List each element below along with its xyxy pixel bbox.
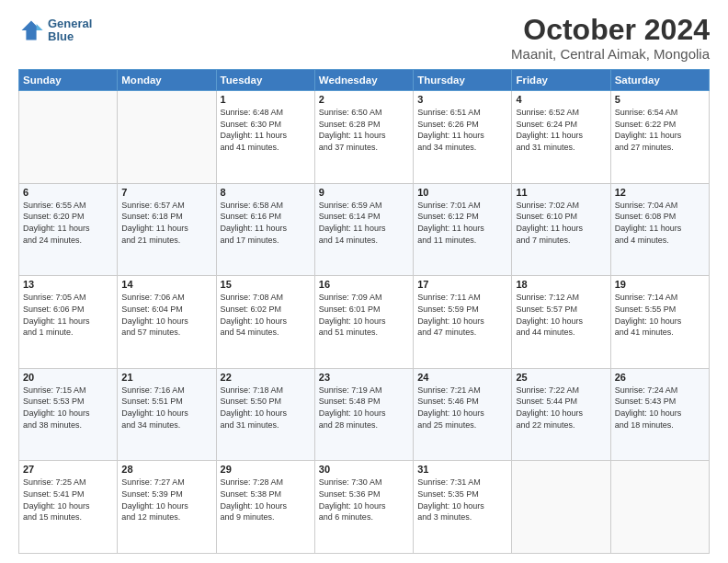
header: General Blue October 2024 Maanit, Centra… — [18, 14, 710, 62]
day-number: 12 — [615, 187, 705, 198]
calendar-cell: 5Sunrise: 6:54 AM Sunset: 6:22 PM Daylig… — [610, 91, 709, 184]
day-detail: Sunrise: 7:15 AM Sunset: 5:53 PM Dayligh… — [23, 385, 113, 431]
day-number: 7 — [121, 187, 211, 198]
calendar-cell: 20Sunrise: 7:15 AM Sunset: 5:53 PM Dayli… — [19, 368, 118, 461]
logo-line1: General — [48, 17, 92, 30]
day-detail: Sunrise: 7:19 AM Sunset: 5:48 PM Dayligh… — [319, 385, 409, 431]
day-number: 24 — [417, 372, 507, 383]
calendar-cell: 11Sunrise: 7:02 AM Sunset: 6:10 PM Dayli… — [512, 183, 610, 276]
calendar-week-3: 13Sunrise: 7:05 AM Sunset: 6:06 PM Dayli… — [19, 276, 710, 369]
day-detail: Sunrise: 6:59 AM Sunset: 6:14 PM Dayligh… — [319, 200, 409, 246]
calendar-cell: 4Sunrise: 6:52 AM Sunset: 6:24 PM Daylig… — [512, 91, 610, 184]
day-detail: Sunrise: 7:25 AM Sunset: 5:41 PM Dayligh… — [23, 477, 113, 523]
day-detail: Sunrise: 6:52 AM Sunset: 6:24 PM Dayligh… — [516, 107, 606, 153]
calendar-cell: 10Sunrise: 7:01 AM Sunset: 6:12 PM Dayli… — [414, 183, 512, 276]
logo: General Blue — [18, 17, 92, 44]
day-number: 15 — [221, 279, 311, 290]
day-detail: Sunrise: 6:57 AM Sunset: 6:18 PM Dayligh… — [121, 200, 211, 246]
calendar-cell: 9Sunrise: 6:59 AM Sunset: 6:14 PM Daylig… — [314, 183, 413, 276]
col-thursday: Thursday — [414, 70, 512, 91]
calendar-week-4: 20Sunrise: 7:15 AM Sunset: 5:53 PM Dayli… — [19, 368, 710, 461]
calendar-cell — [118, 91, 216, 184]
calendar-cell: 31Sunrise: 7:31 AM Sunset: 5:35 PM Dayli… — [414, 461, 512, 554]
day-number: 23 — [319, 372, 409, 383]
day-detail: Sunrise: 7:31 AM Sunset: 5:35 PM Dayligh… — [417, 477, 507, 523]
day-detail: Sunrise: 6:58 AM Sunset: 6:16 PM Dayligh… — [221, 200, 311, 246]
day-detail: Sunrise: 6:51 AM Sunset: 6:26 PM Dayligh… — [417, 107, 507, 153]
calendar-cell: 26Sunrise: 7:24 AM Sunset: 5:43 PM Dayli… — [610, 368, 709, 461]
calendar-cell: 1Sunrise: 6:48 AM Sunset: 6:30 PM Daylig… — [216, 91, 314, 184]
day-number: 14 — [121, 279, 211, 290]
day-detail: Sunrise: 7:02 AM Sunset: 6:10 PM Dayligh… — [516, 200, 606, 246]
calendar-cell — [512, 461, 610, 554]
logo-line2: Blue — [48, 30, 92, 43]
day-detail: Sunrise: 7:27 AM Sunset: 5:39 PM Dayligh… — [121, 477, 211, 523]
calendar-cell: 7Sunrise: 6:57 AM Sunset: 6:18 PM Daylig… — [118, 183, 216, 276]
calendar-header-row: Sunday Monday Tuesday Wednesday Thursday… — [19, 70, 710, 91]
day-number: 10 — [417, 187, 507, 198]
day-number: 16 — [319, 279, 409, 290]
day-number: 30 — [319, 464, 409, 475]
day-number: 21 — [121, 372, 211, 383]
day-number: 5 — [615, 94, 705, 105]
calendar-cell: 2Sunrise: 6:50 AM Sunset: 6:28 PM Daylig… — [314, 91, 413, 184]
calendar-cell: 12Sunrise: 7:04 AM Sunset: 6:08 PM Dayli… — [610, 183, 709, 276]
logo-icon — [18, 17, 44, 43]
day-number: 22 — [221, 372, 311, 383]
day-number: 18 — [516, 279, 606, 290]
calendar-cell: 25Sunrise: 7:22 AM Sunset: 5:44 PM Dayli… — [512, 368, 610, 461]
calendar-cell: 22Sunrise: 7:18 AM Sunset: 5:50 PM Dayli… — [216, 368, 314, 461]
calendar-cell: 6Sunrise: 6:55 AM Sunset: 6:20 PM Daylig… — [19, 183, 118, 276]
col-friday: Friday — [512, 70, 610, 91]
day-number: 6 — [23, 187, 113, 198]
col-saturday: Saturday — [610, 70, 709, 91]
day-detail: Sunrise: 7:05 AM Sunset: 6:06 PM Dayligh… — [23, 292, 113, 338]
day-number: 8 — [221, 187, 311, 198]
calendar-cell: 19Sunrise: 7:14 AM Sunset: 5:55 PM Dayli… — [610, 276, 709, 369]
day-detail: Sunrise: 7:12 AM Sunset: 5:57 PM Dayligh… — [516, 292, 606, 338]
calendar-cell: 3Sunrise: 6:51 AM Sunset: 6:26 PM Daylig… — [414, 91, 512, 184]
day-number: 26 — [615, 372, 705, 383]
calendar-cell: 24Sunrise: 7:21 AM Sunset: 5:46 PM Dayli… — [414, 368, 512, 461]
day-detail: Sunrise: 6:54 AM Sunset: 6:22 PM Dayligh… — [615, 107, 705, 153]
day-detail: Sunrise: 7:28 AM Sunset: 5:38 PM Dayligh… — [221, 477, 311, 523]
day-number: 13 — [23, 279, 113, 290]
day-number: 19 — [615, 279, 705, 290]
day-number: 25 — [516, 372, 606, 383]
calendar-cell: 27Sunrise: 7:25 AM Sunset: 5:41 PM Dayli… — [19, 461, 118, 554]
day-detail: Sunrise: 7:11 AM Sunset: 5:59 PM Dayligh… — [417, 292, 507, 338]
day-detail: Sunrise: 7:09 AM Sunset: 6:01 PM Dayligh… — [319, 292, 409, 338]
day-number: 20 — [23, 372, 113, 383]
calendar-cell: 17Sunrise: 7:11 AM Sunset: 5:59 PM Dayli… — [414, 276, 512, 369]
day-detail: Sunrise: 7:24 AM Sunset: 5:43 PM Dayligh… — [615, 385, 705, 431]
day-detail: Sunrise: 7:06 AM Sunset: 6:04 PM Dayligh… — [121, 292, 211, 338]
col-tuesday: Tuesday — [216, 70, 314, 91]
day-detail: Sunrise: 6:48 AM Sunset: 6:30 PM Dayligh… — [221, 107, 311, 153]
calendar-table: Sunday Monday Tuesday Wednesday Thursday… — [18, 69, 710, 554]
day-number: 27 — [23, 464, 113, 475]
day-number: 4 — [516, 94, 606, 105]
day-number: 17 — [417, 279, 507, 290]
day-detail: Sunrise: 7:18 AM Sunset: 5:50 PM Dayligh… — [221, 385, 311, 431]
day-number: 29 — [221, 464, 311, 475]
main-title: October 2024 — [511, 14, 710, 46]
day-number: 3 — [417, 94, 507, 105]
calendar-cell: 16Sunrise: 7:09 AM Sunset: 6:01 PM Dayli… — [314, 276, 413, 369]
day-detail: Sunrise: 7:16 AM Sunset: 5:51 PM Dayligh… — [121, 385, 211, 431]
day-detail: Sunrise: 7:30 AM Sunset: 5:36 PM Dayligh… — [319, 477, 409, 523]
calendar-cell: 13Sunrise: 7:05 AM Sunset: 6:06 PM Dayli… — [19, 276, 118, 369]
day-detail: Sunrise: 7:14 AM Sunset: 5:55 PM Dayligh… — [615, 292, 705, 338]
calendar-cell — [610, 461, 709, 554]
title-block: October 2024 Maanit, Central Aimak, Mong… — [511, 14, 710, 62]
calendar-cell: 14Sunrise: 7:06 AM Sunset: 6:04 PM Dayli… — [118, 276, 216, 369]
calendar-cell: 18Sunrise: 7:12 AM Sunset: 5:57 PM Dayli… — [512, 276, 610, 369]
day-number: 2 — [319, 94, 409, 105]
calendar-cell — [19, 91, 118, 184]
calendar-week-1: 1Sunrise: 6:48 AM Sunset: 6:30 PM Daylig… — [19, 91, 710, 184]
col-wednesday: Wednesday — [314, 70, 413, 91]
page: General Blue October 2024 Maanit, Centra… — [0, 0, 728, 563]
calendar-cell: 21Sunrise: 7:16 AM Sunset: 5:51 PM Dayli… — [118, 368, 216, 461]
calendar-cell: 15Sunrise: 7:08 AM Sunset: 6:02 PM Dayli… — [216, 276, 314, 369]
calendar-week-5: 27Sunrise: 7:25 AM Sunset: 5:41 PM Dayli… — [19, 461, 710, 554]
col-sunday: Sunday — [19, 70, 118, 91]
